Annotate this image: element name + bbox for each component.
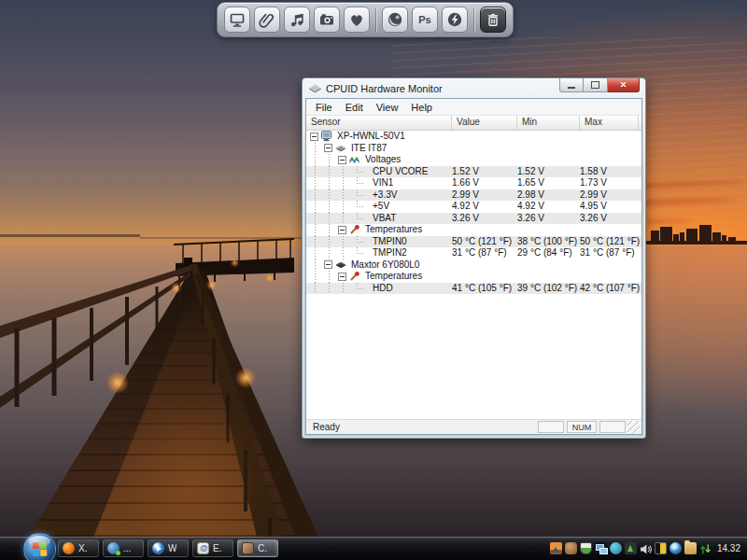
tree-guide [324,224,338,236]
sensor-label: Maxtor 6Y080L0 [351,259,419,271]
menu-bar: FileEditViewHelp [306,99,641,116]
max-cell: 1.73 V [580,177,641,189]
sensor-cell: VIN1 [306,177,452,189]
tree-connector [352,236,363,248]
sensor-row-ite-it87[interactable]: ITE IT87 [306,143,641,155]
lightning-icon [445,10,464,29]
tray-volume-icon[interactable] [640,542,652,554]
taskbar-button-media[interactable]: W [148,539,189,557]
firefox-icon [386,10,404,29]
tray-network-icon[interactable] [595,542,607,554]
tree-guide [324,166,338,178]
sensor-row-vbat[interactable]: VBAT3.26 V3.26 V3.26 V [306,213,641,225]
firefox-icon [63,542,75,554]
sensor-row-xp-hwnl-50v1[interactable]: XP-HWNL-50V1 [306,131,641,143]
max-cell: 31 °C (87 °F) [580,247,641,259]
sensor-row-cpu-vcore[interactable]: CPU VCORE1.52 V1.52 V1.58 V [306,166,641,178]
taskbar-button-label: ... [123,543,131,553]
value-cell: 2.99 V [452,189,517,201]
taskbar-button-label: X. [78,543,87,553]
sensor-row-tmpin2[interactable]: TMPIN231 °C (87 °F)29 °C (84 °F)31 °C (8… [306,247,641,259]
status-text: Ready [313,422,340,432]
tree-guide [324,271,338,283]
status-panel [599,421,626,433]
menu-view[interactable]: View [370,101,405,114]
tree-collapse-box[interactable] [338,226,346,234]
menu-help[interactable]: Help [404,101,439,114]
start-button[interactable] [23,533,56,560]
clock[interactable]: 14.32 [717,543,740,553]
dock-paperclip-button[interactable] [254,7,280,33]
sensor-row-temperatures[interactable]: Temperatures [306,271,641,283]
tree-connector [352,201,363,213]
column-header-sensor[interactable]: Sensor [306,116,452,130]
tray-messenger-icon[interactable] [610,542,622,554]
dock-photoshop-button[interactable]: Ps [412,7,438,33]
tree-guide [310,224,324,236]
tray-transfer-icon[interactable] [699,542,712,554]
taskbar-button-email[interactable]: E. [192,539,233,557]
resize-grip[interactable] [627,421,640,433]
sensor-row-voltages[interactable]: Voltages [306,154,641,166]
dock-music-button[interactable] [284,7,310,33]
tray-display-icon[interactable] [655,542,667,554]
taskbar-button-label: E. [213,543,221,553]
min-cell: 38 °C (100 °F) [517,236,580,247]
music-icon [288,10,306,29]
tray-media2-icon[interactable] [669,542,682,554]
tray-updater-icon[interactable] [625,542,637,554]
tree-collapse-box[interactable] [324,260,332,269]
tree-guide [310,271,324,283]
close-button[interactable] [608,78,640,92]
dock-heart-button[interactable] [344,7,370,33]
tray-emule-icon[interactable] [565,542,577,554]
dock-firefox-button[interactable] [382,7,408,33]
max-cell: 3.26 V [580,213,641,224]
tree-guide [338,283,352,295]
sensor-cell: +5V [306,201,452,213]
menu-file[interactable]: File [309,101,339,114]
column-header-min[interactable]: Min [517,116,580,130]
tray-folder-icon[interactable] [684,542,697,554]
email-icon [197,542,209,554]
dock-camera-button[interactable] [314,7,340,33]
dock-trash-button[interactable] [480,7,506,33]
sensor-row-tmpin0[interactable]: TMPIN050 °C (121 °F)38 °C (100 °F)50 °C … [306,236,641,248]
tree-guide [310,236,324,248]
media-icon [152,542,164,554]
tray-photo-icon[interactable] [550,542,562,554]
column-header-value[interactable]: Value [452,116,517,130]
dock-display-button[interactable] [224,7,250,33]
sensor-row-temperatures[interactable]: Temperatures [306,224,641,236]
tree-collapse-box[interactable] [338,156,346,164]
tray-shield-icon[interactable] [580,542,592,554]
tree-collapse-box[interactable] [338,273,346,281]
maximize-button[interactable] [584,78,608,92]
sensor-row--3-3v[interactable]: +3.3V2.99 V2.98 V2.99 V [306,189,641,202]
taskbar-button-cpuid[interactable]: C. [237,539,278,557]
sensor-row-maxtor-6y080l0[interactable]: Maxtor 6Y080L0 [306,259,641,272]
tree-guide [310,201,324,213]
sensor-row-vin1[interactable]: VIN11.66 V1.65 V1.73 V [306,177,641,189]
sensor-cell: TMPIN2 [306,247,452,259]
sensor-row--5v[interactable]: +5V4.92 V4.92 V4.95 V [306,201,641,213]
value-cell: 1.52 V [452,166,517,177]
minimize-button[interactable] [559,78,584,92]
max-cell: 2.99 V [580,189,641,201]
taskbar-button-messenger[interactable]: ... [103,539,144,557]
min-cell: 29 °C (84 °F) [517,247,580,259]
tree-collapse-box[interactable] [324,144,332,152]
sensor-row-hdd[interactable]: HDD41 °C (105 °F)39 °C (102 °F)42 °C (10… [306,283,641,295]
tree-guide [324,236,338,248]
column-header-filler [639,116,641,130]
min-cell: 3.26 V [517,213,580,224]
taskbar-buttons: X....WE.C. [58,539,282,557]
column-header-max[interactable]: Max [580,116,639,130]
taskbar-button-firefox[interactable]: X. [58,539,99,557]
heart-icon [347,10,366,29]
sensor-label: CPU VCORE [373,166,428,177]
sensor-cell: +3.3V [306,189,452,202]
tree-collapse-box[interactable] [310,133,318,141]
menu-edit[interactable]: Edit [339,101,370,114]
dock-lightning-button[interactable] [442,7,468,33]
